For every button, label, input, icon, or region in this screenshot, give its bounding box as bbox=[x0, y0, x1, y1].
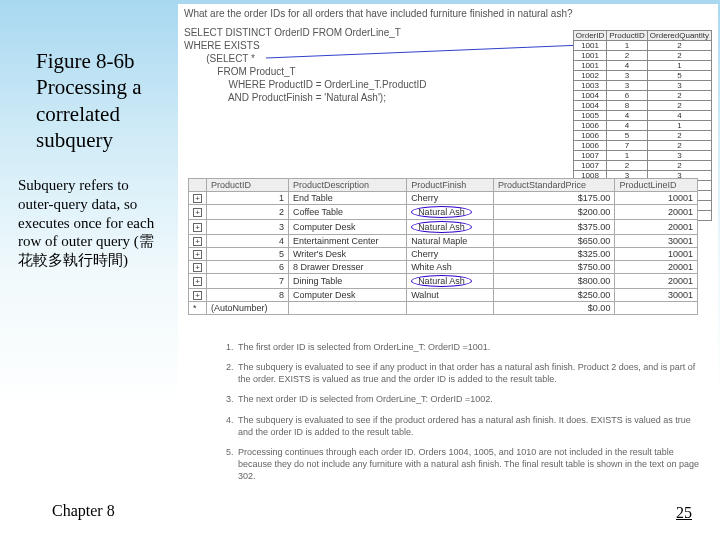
expand-icon[interactable]: + bbox=[193, 277, 202, 286]
table-row: +5Writer's DeskCherry$325.0010001 bbox=[189, 248, 698, 261]
table-row: +8Computer DeskWalnut$250.0030001 bbox=[189, 289, 698, 302]
table-row: +68 Drawer DresserWhite Ash$750.0020001 bbox=[189, 261, 698, 274]
expand-icon[interactable]: + bbox=[193, 237, 202, 246]
rt-h-productid: ProductID bbox=[607, 31, 648, 41]
pt-h-finish: ProductFinish bbox=[407, 179, 494, 192]
sql-block: SELECT DISTINCT OrderID FROM OrderLine_T… bbox=[184, 26, 427, 104]
explanation-paragraph: Subquery refers to outer-query data, so … bbox=[18, 176, 168, 270]
table-row: 100641 bbox=[573, 121, 711, 131]
table-row: 100462 bbox=[573, 91, 711, 101]
rt-h-orderid: OrderID bbox=[573, 31, 606, 41]
pt-h-desc: ProductDescription bbox=[288, 179, 406, 192]
chapter-label: Chapter 8 bbox=[52, 502, 115, 520]
rt-h-qty: OrderedQuantity bbox=[647, 31, 711, 41]
expand-icon[interactable]: + bbox=[193, 291, 202, 300]
title-line-2: Processing a bbox=[36, 75, 142, 99]
pt-h-price: ProductStandardPrice bbox=[494, 179, 615, 192]
figure-panel: What are the order IDs for all orders th… bbox=[178, 4, 718, 494]
table-row: 100141 bbox=[573, 61, 711, 71]
figure-question: What are the order IDs for all orders th… bbox=[184, 8, 573, 19]
page-number: 25 bbox=[676, 504, 692, 522]
table-row: 100672 bbox=[573, 141, 711, 151]
table-row: 100713 bbox=[573, 151, 711, 161]
table-row: 100544 bbox=[573, 111, 711, 121]
step-4: The subquery is evaluated to see if the … bbox=[236, 414, 704, 438]
table-row: +3Computer DeskNatural Ash$375.0020001 bbox=[189, 220, 698, 235]
table-row: +7Dining TableNatural Ash$800.0020001 bbox=[189, 274, 698, 289]
table-row: 100333 bbox=[573, 81, 711, 91]
step-3: The next order ID is selected from Order… bbox=[236, 393, 704, 405]
step-2: The subquery is evaluated to see if any … bbox=[236, 361, 704, 385]
expand-icon[interactable]: + bbox=[193, 223, 202, 232]
expand-icon[interactable]: + bbox=[193, 263, 202, 272]
product-table: ProductID ProductDescription ProductFini… bbox=[188, 178, 698, 315]
expand-icon[interactable]: + bbox=[193, 194, 202, 203]
table-row: *(AutoNumber)$0.00 bbox=[189, 302, 698, 315]
processing-steps: The first order ID is selected from Orde… bbox=[196, 341, 704, 490]
table-row: +1End TableCherry$175.0010001 bbox=[189, 192, 698, 205]
title-line-4: subquery bbox=[36, 128, 113, 152]
figure-title: Figure 8-6b Processing a correlated subq… bbox=[36, 48, 176, 153]
table-row: 100722 bbox=[573, 161, 711, 171]
step-1: The first order ID is selected from Orde… bbox=[236, 341, 704, 353]
table-row: +2Coffee TableNatural Ash$200.0020001 bbox=[189, 205, 698, 220]
table-row: 100235 bbox=[573, 71, 711, 81]
table-row: 100482 bbox=[573, 101, 711, 111]
table-row: 100112 bbox=[573, 41, 711, 51]
table-row: 100652 bbox=[573, 131, 711, 141]
expand-icon[interactable]: + bbox=[193, 250, 202, 259]
table-row: +4Entertainment CenterNatural Maple$650.… bbox=[189, 235, 698, 248]
pt-h-line: ProductLineID bbox=[615, 179, 698, 192]
expand-icon[interactable]: + bbox=[193, 208, 202, 217]
pt-h-id: ProductID bbox=[207, 179, 289, 192]
title-line-3: correlated bbox=[36, 102, 120, 126]
title-line-1: Figure 8-6b bbox=[36, 49, 135, 73]
table-row: 100122 bbox=[573, 51, 711, 61]
step-5: Processing continues through each order … bbox=[236, 446, 704, 482]
